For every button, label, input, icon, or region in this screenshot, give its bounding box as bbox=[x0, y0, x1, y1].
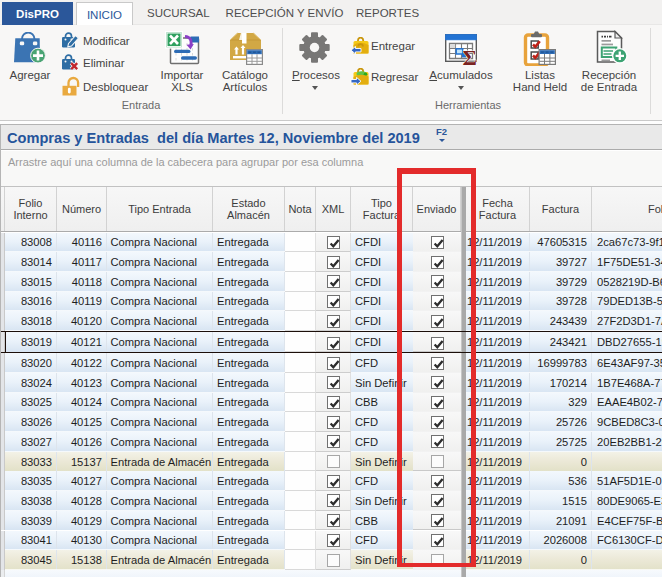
svg-text:Σ: Σ bbox=[463, 45, 477, 66]
